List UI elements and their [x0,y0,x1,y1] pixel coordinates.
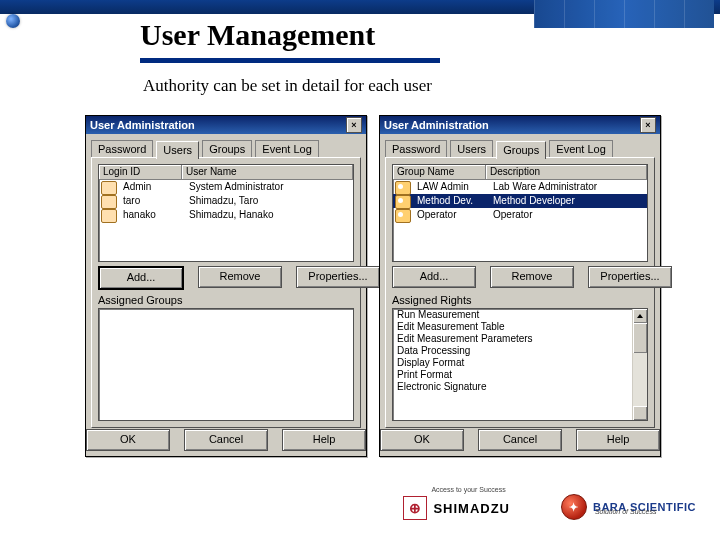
assigned-rights-listbox[interactable]: Run Measurement Edit Measurement Table E… [392,308,648,421]
tab-body: Login ID User Name AdminSystem Administr… [91,157,361,428]
cancel-button[interactable]: Cancel [184,429,268,451]
shimadzu-logo: Access to your Success ⊕ SHIMADZU [403,496,510,520]
close-icon[interactable]: × [640,117,656,133]
tab-groups[interactable]: Groups [496,141,546,159]
logo-tagline: Access to your Success [431,486,505,493]
right-item[interactable]: Edit Measurement Parameters [393,333,647,345]
user-admin-dialog-users: User Administration × Password Users Gro… [85,115,367,457]
right-item[interactable]: Display Format [393,357,647,369]
col-description[interactable]: Description [486,165,647,179]
groups-listbox[interactable]: Group Name Description LAW AdminLab Ware… [392,164,648,262]
tab-event-log[interactable]: Event Log [549,140,613,158]
dialog-title-text: User Administration [384,116,489,134]
right-item[interactable]: Print Format [393,369,647,381]
bara-scientific-logo: ✦ BARA SCIENTIFIC Solution of Success [561,494,696,520]
group-icon [395,209,411,223]
right-item[interactable]: Data Processing [393,345,647,357]
user-admin-dialog-groups: User Administration × Password Users Gro… [379,115,661,457]
close-icon[interactable]: × [346,117,362,133]
help-button[interactable]: Help [576,429,660,451]
col-group-name[interactable]: Group Name [393,165,486,179]
col-user-name[interactable]: User Name [182,165,353,179]
tab-password[interactable]: Password [91,140,153,158]
list-header: Login ID User Name [99,165,353,180]
logo-text: SHIMADZU [433,501,510,516]
user-icon [101,181,117,195]
right-item[interactable]: Electronic Signature [393,381,647,393]
dialog-titlebar[interactable]: User Administration × [380,116,660,134]
bara-mark-icon: ✦ [561,494,587,520]
scrollbar-thumb[interactable] [633,323,647,353]
list-item[interactable]: OperatorOperator [393,208,647,222]
right-item[interactable]: Edit Measurement Table [393,321,647,333]
properties-button[interactable]: Properties... [588,266,672,288]
tab-users[interactable]: Users [156,141,199,159]
dialog-titlebar[interactable]: User Administration × [86,116,366,134]
remove-button[interactable]: Remove [198,266,282,288]
right-item[interactable]: Run Measurement [393,309,647,321]
tab-event-log[interactable]: Event Log [255,140,319,158]
tab-users[interactable]: Users [450,140,493,158]
remove-button[interactable]: Remove [490,266,574,288]
properties-button[interactable]: Properties... [296,266,380,288]
page-subtitle: Authority can be set in detail for each … [143,76,432,96]
group-icon [395,181,411,195]
group-icon [395,195,411,209]
user-icon [101,195,117,209]
help-button[interactable]: Help [282,429,366,451]
tab-strip: Password Users Groups Event Log General [385,140,655,158]
users-listbox[interactable]: Login ID User Name AdminSystem Administr… [98,164,354,262]
list-item[interactable]: hanakoShimadzu, Hanako [99,208,353,222]
logo-tagline: Solution of Success [595,508,656,515]
tab-groups[interactable]: Groups [202,140,252,158]
list-item[interactable]: LAW AdminLab Ware Administrator [393,180,647,194]
banner-art [534,0,714,28]
list-item[interactable]: Method Dev.Method Developer [393,194,647,208]
list-item[interactable]: AdminSystem Administrator [99,180,353,194]
list-item[interactable]: taroShimadzu, Taro [99,194,353,208]
ok-button[interactable]: OK [86,429,170,451]
bullet-decoration [6,14,20,28]
tab-body: Group Name Description LAW AdminLab Ware… [385,157,655,428]
shimadzu-mark-icon: ⊕ [403,496,427,520]
page-title: User Management [140,18,375,52]
user-icon [101,209,117,223]
list-header: Group Name Description [393,165,647,180]
add-button[interactable]: Add... [98,266,184,290]
dialog-title-text: User Administration [90,116,195,134]
tab-strip: Password Users Groups Event Log General [91,140,361,158]
dialog-buttons: OK Cancel Help [380,429,660,451]
scrollbar[interactable] [632,309,647,420]
assigned-groups-listbox[interactable] [98,308,354,421]
ok-button[interactable]: OK [380,429,464,451]
add-button[interactable]: Add... [392,266,476,288]
col-login-id[interactable]: Login ID [99,165,182,179]
title-underline [140,58,440,63]
assigned-groups-label: Assigned Groups [98,294,182,306]
assigned-rights-label: Assigned Rights [392,294,472,306]
cancel-button[interactable]: Cancel [478,429,562,451]
dialog-buttons: OK Cancel Help [86,429,366,451]
tab-password[interactable]: Password [385,140,447,158]
